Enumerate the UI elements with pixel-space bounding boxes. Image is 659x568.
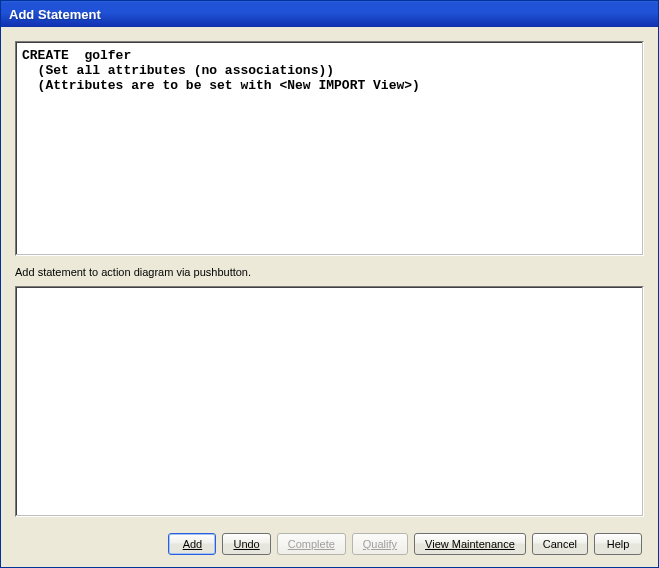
help-button[interactable]: Help xyxy=(594,533,642,555)
action-diagram-panel[interactable] xyxy=(15,286,644,517)
qualify-button: Qualify xyxy=(352,533,408,555)
statement-preview-panel[interactable]: CREATE golfer (Set all attributes (no as… xyxy=(15,41,644,256)
client-area: CREATE golfer (Set all attributes (no as… xyxy=(1,27,658,567)
add-button[interactable]: Add xyxy=(168,533,216,555)
code-line: CREATE golfer xyxy=(22,48,131,63)
button-bar: Add Undo Complete Qualify View Maintenan… xyxy=(15,529,644,559)
code-line: (Set all attributes (no associations)) xyxy=(22,63,334,78)
view-maintenance-button[interactable]: View Maintenance xyxy=(414,533,526,555)
cancel-button[interactable]: Cancel xyxy=(532,533,588,555)
window-title: Add Statement xyxy=(9,7,101,22)
add-statement-window: Add Statement CREATE golfer (Set all att… xyxy=(0,0,659,568)
statement-code: CREATE golfer (Set all attributes (no as… xyxy=(22,48,637,93)
complete-button: Complete xyxy=(277,533,346,555)
code-line: (Attributes are to be set with <New IMPO… xyxy=(22,78,420,93)
undo-button[interactable]: Undo xyxy=(222,533,270,555)
titlebar[interactable]: Add Statement xyxy=(1,1,658,27)
hint-text: Add statement to action diagram via push… xyxy=(15,266,644,278)
